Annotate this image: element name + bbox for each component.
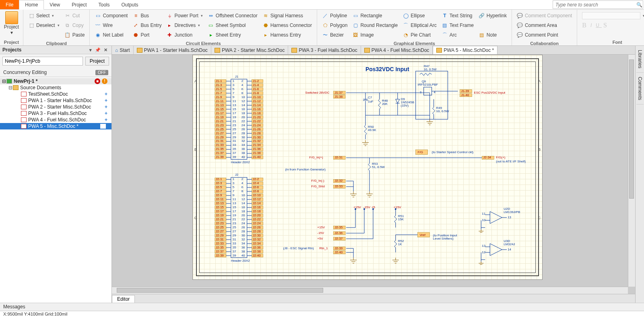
tree-doc-2[interactable]: PWA 2 - Starter Misc.SchDoc+: [0, 104, 111, 110]
projects-header[interactable]: Projects ▾ 📌 ✕: [0, 46, 111, 54]
rail-comments[interactable]: Comments: [636, 73, 644, 105]
tframe-icon: ▤: [442, 22, 448, 29]
busentry-button[interactable]: ⤢Bus Entry: [132, 21, 162, 30]
tree-source[interactable]: ⊟Source Documents: [0, 84, 111, 91]
vertical-scrollbar[interactable]: [628, 55, 635, 287]
rect-button[interactable]: ▭Rectangle: [351, 11, 398, 20]
component-button[interactable]: ▭Component: [94, 11, 128, 20]
earc-button[interactable]: ⌒Elliptical Arc: [402, 21, 438, 30]
polygon-button[interactable]: ⬠Polygon: [321, 21, 348, 30]
add-icon[interactable]: +: [105, 104, 107, 110]
cut-button[interactable]: ✂Cut: [64, 11, 86, 20]
search-icon[interactable]: 🔍: [636, 2, 643, 8]
harnentry-button[interactable]: ▸Harness Entry: [262, 31, 313, 39]
svg-text:J2-18: J2-18: [253, 209, 261, 213]
add-icon[interactable]: +: [105, 91, 107, 97]
copy-button[interactable]: ⧉Copy: [64, 21, 86, 30]
menu-home[interactable]: Home: [19, 0, 44, 10]
junction-button[interactable]: ✚Junction: [165, 31, 203, 39]
svg-text:15: 15: [233, 205, 236, 209]
tree-doc-1[interactable]: PWA 1 - Starter Halls.SchDoc+: [0, 97, 111, 104]
arc-button[interactable]: ⌒Arc: [441, 31, 475, 39]
tab-start[interactable]: ⌂Start: [112, 46, 134, 54]
image-button[interactable]: 🖼Image: [351, 31, 398, 39]
svg-text:J2-20: J2-20: [253, 213, 261, 217]
tree-root[interactable]: ⊟NewPrj-1 * ■!: [0, 78, 111, 84]
svg-text:J2-3: J2-3: [216, 181, 222, 185]
bezier-button[interactable]: 〜Bezier: [321, 31, 348, 39]
project-button2[interactable]: Project: [85, 57, 109, 66]
bus-button[interactable]: ≡Bus: [132, 11, 162, 20]
doctab-3[interactable]: PWA 4 - Fuel Misc.SchDoc: [361, 46, 433, 54]
svg-text:J1-27: J1-27: [216, 131, 224, 135]
tab-editor[interactable]: Editor: [112, 295, 135, 303]
svg-text:J1-7: J1-7: [216, 91, 222, 95]
menu-outputs[interactable]: Outputs: [116, 0, 144, 9]
tframe-button[interactable]: ▤Text Frame: [441, 21, 475, 30]
search-input[interactable]: [553, 1, 636, 8]
rail-libraries[interactable]: Libraries: [636, 46, 644, 73]
cpoint-button[interactable]: 💬Comment Point: [516, 31, 573, 39]
polyline-button[interactable]: ／Polyline: [321, 11, 348, 20]
svg-text:J2-32: J2-32: [253, 238, 261, 241]
add-icon[interactable]: +: [105, 117, 107, 123]
svg-text:20K: 20K: [382, 102, 388, 106]
menu-project[interactable]: Project: [66, 0, 93, 9]
pie-button[interactable]: ◔Pie Chart: [402, 31, 438, 39]
svg-text:26: 26: [242, 127, 245, 131]
add-icon[interactable]: +: [105, 98, 107, 103]
schematic-page[interactable]: AA BB CC Pos32VDC Input J1J1-1J1-212J1-3…: [192, 55, 543, 280]
svg-text:29: 29: [233, 135, 236, 139]
sheetentry-button[interactable]: ▸Sheet Entry: [207, 31, 258, 39]
svg-text:37: 37: [233, 250, 236, 253]
messages-bar[interactable]: Messages: [0, 303, 644, 311]
rrect-button[interactable]: ▢Round Rectangle: [351, 21, 398, 30]
netlabel-button[interactable]: ◉Net Label: [94, 31, 128, 39]
directives-button[interactable]: ▸Directives▾: [165, 21, 203, 30]
doctab-0[interactable]: PWA 1 - Starter Halls.SchDoc: [134, 46, 211, 54]
svg-text:J1-6: J1-6: [253, 87, 259, 91]
svg-text:J2-16: J2-16: [253, 205, 261, 209]
port-button[interactable]: ⬣Port: [132, 31, 162, 39]
tree-doc-0[interactable]: TestSheet.SchDoc+: [0, 91, 111, 97]
text-button[interactable]: TText String: [441, 11, 475, 20]
tree-doc-5[interactable]: PWA 5 - Misc.SchDoc *: [0, 123, 111, 129]
doctab-2[interactable]: PWA 3 - Fuel Halls.SchDoc: [288, 46, 361, 54]
pin-icon[interactable]: 📌: [95, 47, 101, 53]
hyper-icon: 🔗: [479, 12, 485, 19]
sigharn-icon: ≋: [262, 12, 269, 19]
schematic-canvas[interactable]: AA BB CC Pos32VDC Input J1J1-1J1-212J1-3…: [112, 55, 635, 294]
svg-text:17: 17: [233, 209, 236, 213]
close-icon[interactable]: ✕: [104, 47, 107, 53]
rect-icon: ▭: [352, 12, 359, 19]
deselect-button[interactable]: ⬚Deselect▾: [27, 21, 60, 30]
search-box[interactable]: 🔍: [553, 0, 643, 9]
horizontal-scrollbar[interactable]: [112, 287, 628, 294]
doctab-4[interactable]: PWA 5 - Misc.SchDoc *: [433, 46, 497, 54]
carea-button[interactable]: 💬Comment Area: [516, 21, 573, 30]
svg-text:J1-40: J1-40: [461, 93, 469, 97]
powerport-button[interactable]: ⏚Power Port▾: [165, 11, 203, 20]
paste-button[interactable]: 📋Paste: [64, 31, 86, 39]
wire-button[interactable]: 〰Wire: [94, 21, 128, 30]
harnconn-button[interactable]: ⬣Harness Connector: [262, 21, 313, 30]
menu-file[interactable]: File: [0, 0, 19, 9]
project-file-input[interactable]: [2, 57, 83, 66]
note-button[interactable]: ▤Note: [478, 31, 508, 39]
project-button[interactable]: Project▾: [2, 10, 21, 36]
menu-view[interactable]: View: [44, 0, 66, 9]
hyper-button[interactable]: 🔗Hyperlink: [478, 11, 508, 20]
sigharn-button[interactable]: ≋Signal Harness: [262, 11, 313, 20]
dropdown-icon[interactable]: ▾: [89, 47, 92, 53]
sheetsym-button[interactable]: ▭Sheet Symbol: [207, 21, 258, 30]
tree-doc-4[interactable]: PWA 4 - Fuel Misc.SchDoc+: [0, 117, 111, 123]
doctab-1[interactable]: PWA 2 - Starter Misc.SchDoc: [211, 46, 288, 54]
tree-doc-3[interactable]: PWA 3 - Fuel Halls.SchDoc+: [0, 110, 111, 117]
offsheet-button[interactable]: ⇔Offsheet Connector: [207, 11, 258, 20]
menu-tools[interactable]: Tools: [93, 0, 116, 9]
add-icon[interactable]: +: [105, 111, 107, 116]
ccomp-button[interactable]: 💬Comment Component: [516, 11, 573, 20]
ellipse-button[interactable]: ◯Ellipse: [402, 11, 438, 20]
concurrency-toggle[interactable]: OFF: [95, 70, 108, 75]
select-button[interactable]: ⬚Select▾: [27, 11, 60, 20]
